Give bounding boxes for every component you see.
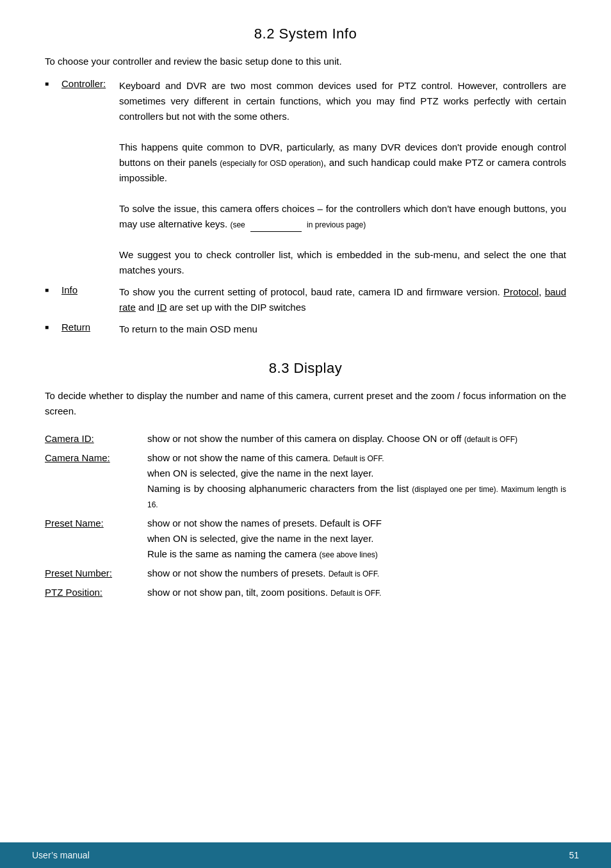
controller-content: Keyboard and DVR are two most common dev… [119,78,566,278]
controller-label: Controller: [61,78,119,89]
camera-id-label: Camera ID: [45,429,147,448]
controller-para4: We suggest you to check controller list,… [119,249,566,275]
section-8-2-list: Controller: Keyboard and DVR are two mos… [45,78,566,337]
list-item-return: Return To return to the main OSD menu [45,322,566,337]
baud-rate-link[interactable]: baud rate [119,286,566,313]
table-row-preset-number: Preset Number: show or not show the numb… [45,564,566,583]
footer-bar: User’s manual 51 [0,842,611,868]
preset-name-label: Preset Name: [45,514,147,564]
preset-number-label: Preset Number: [45,564,147,583]
info-label: Info [61,284,119,295]
preset-number-content: show or not show the numbers of presets.… [147,564,566,583]
preset-name-content: show or not show the names of presets. D… [147,514,566,564]
table-row-preset-name: Preset Name: show or not show the names … [45,514,566,564]
section-title-8-3: 8.3 Display [45,360,566,377]
protocol-link[interactable]: Protocol [503,286,539,297]
footer-right: 51 [569,850,579,860]
info-content: To show you the current setting of proto… [119,284,566,315]
display-table: Camera ID: show or not show the number o… [45,429,566,602]
section-8-2-intro: To choose your controller and review the… [45,54,566,69]
section-title-8-2: 8.2 System Info [45,26,566,42]
section-8-3-intro: To decide whether to display the number … [45,388,566,419]
camera-id-content: show or not show the number of this came… [147,429,566,448]
ptz-position-content: show or not show pan, tilt, zoom positio… [147,583,566,602]
table-row-camera-name: Camera Name: show or not show the name o… [45,448,566,514]
ptz-position-label: PTZ Position: [45,583,147,602]
return-label: Return [61,322,119,332]
controller-para2: This happens quite common to DVR, partic… [119,142,566,183]
controller-para1: Keyboard and DVR are two most common dev… [119,80,566,122]
table-row-ptz-position: PTZ Position: show or not show pan, tilt… [45,583,566,602]
table-row-camera-id: Camera ID: show or not show the number o… [45,429,566,448]
controller-para3: To solve the issue, this camera offers c… [119,203,566,229]
list-item-controller: Controller: Keyboard and DVR are two mos… [45,78,566,278]
bullet-icon-info [45,286,58,293]
bullet-icon-controller [45,79,58,87]
bullet-icon-return [45,323,58,331]
id-link[interactable]: ID [157,302,167,313]
camera-name-content: show or not show the name of this camera… [147,448,566,514]
camera-name-label: Camera Name: [45,448,147,514]
list-item-info: Info To show you the current setting of … [45,284,566,315]
return-content: To return to the main OSD menu [119,322,566,337]
footer-left: User’s manual [32,850,90,860]
